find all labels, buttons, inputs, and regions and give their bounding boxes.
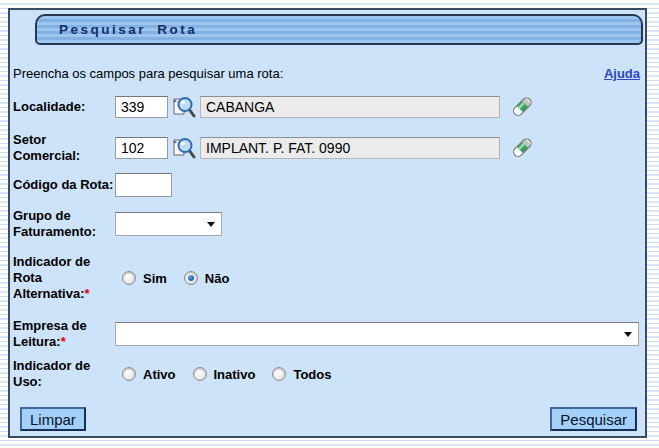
radio-option-sim[interactable]: Sim	[122, 271, 167, 286]
grupo-faturamento-label: Grupo de Faturamento:	[13, 208, 115, 240]
radio-option-inativo[interactable]: Inativo	[193, 367, 256, 382]
localidade-name-field	[200, 96, 500, 118]
empresa-leitura-row: Empresa de Leitura:*	[13, 318, 645, 350]
magnifier-icon	[172, 136, 196, 161]
localidade-label: Localidade:	[13, 99, 115, 115]
intro-row: Preencha os campos para pesquisar uma ro…	[13, 66, 640, 81]
form-instructions: Preencha os campos para pesquisar uma ro…	[13, 66, 283, 81]
localidade-code-input[interactable]	[115, 96, 168, 118]
grupo-faturamento-select[interactable]	[115, 212, 222, 236]
radio-todos-icon[interactable]	[272, 367, 286, 381]
radio-sim-icon[interactable]	[122, 271, 136, 285]
localidade-erase-icon[interactable]	[509, 94, 535, 120]
rota-alternativa-radio-group: Sim Não	[122, 271, 229, 286]
indicador-rota-alternativa-label: Indicador de Rota Alternativa:*	[13, 254, 115, 302]
pesquisar-rota-panel: Pesquisar Rota Preencha os campos para p…	[8, 8, 647, 438]
setor-comercial-row: Setor Comercial:	[13, 132, 645, 164]
setor-comercial-label: Setor Comercial:	[13, 132, 115, 164]
panel-header: Pesquisar Rota	[35, 14, 643, 45]
help-link[interactable]: Ajuda	[604, 66, 640, 81]
radio-option-ativo[interactable]: Ativo	[122, 367, 176, 382]
radio-ativo-icon[interactable]	[122, 367, 136, 381]
setor-comercial-code-input[interactable]	[115, 137, 168, 159]
eraser-icon	[509, 135, 535, 161]
setor-comercial-search-icon[interactable]	[172, 136, 196, 161]
codigo-rota-row: Código da Rota:	[13, 173, 645, 197]
radio-nao-icon[interactable]	[184, 271, 198, 285]
localidade-row: Localidade:	[13, 94, 645, 120]
empresa-leitura-label: Empresa de Leitura:*	[13, 318, 115, 350]
required-asterisk: *	[85, 286, 90, 301]
eraser-icon	[509, 94, 535, 120]
indicador-uso-radio-group: Ativo Inativo Todos	[122, 367, 331, 382]
radio-option-todos[interactable]: Todos	[272, 367, 331, 382]
required-asterisk: *	[61, 334, 66, 349]
page-title: Pesquisar Rota	[59, 22, 197, 37]
setor-comercial-name-field	[200, 137, 500, 159]
radio-inativo-icon[interactable]	[193, 367, 207, 381]
empresa-leitura-select[interactable]	[115, 322, 639, 346]
indicador-uso-row: Indicador de Uso: Ativo Inativo Todos	[13, 358, 645, 390]
magnifier-icon	[172, 95, 196, 120]
setor-comercial-erase-icon[interactable]	[509, 135, 535, 161]
localidade-search-icon[interactable]	[172, 95, 196, 120]
pesquisar-button[interactable]: Pesquisar	[550, 407, 637, 431]
chevron-down-icon	[624, 332, 632, 337]
actions-bar: Limpar Pesquisar	[20, 407, 637, 431]
chevron-down-icon	[207, 222, 215, 227]
codigo-rota-input[interactable]	[115, 173, 172, 197]
indicador-rota-alternativa-row: Indicador de Rota Alternativa:* Sim Não	[13, 254, 645, 302]
codigo-rota-label: Código da Rota:	[13, 177, 115, 193]
indicador-uso-label: Indicador de Uso:	[13, 358, 115, 390]
grupo-faturamento-row: Grupo de Faturamento:	[13, 208, 645, 240]
radio-option-nao[interactable]: Não	[184, 271, 230, 286]
limpar-button[interactable]: Limpar	[20, 407, 86, 431]
